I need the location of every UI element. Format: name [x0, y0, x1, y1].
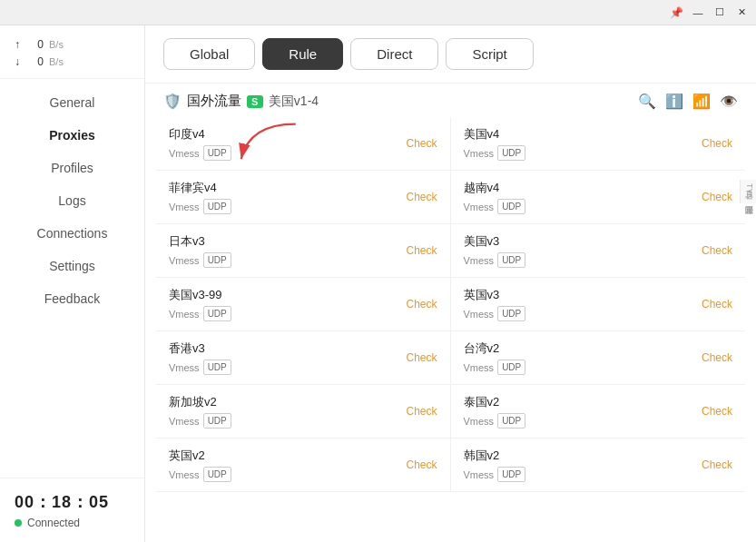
- info-action-icon[interactable]: ℹ️: [665, 93, 683, 110]
- upload-value: 0: [25, 36, 44, 54]
- app-body: ↑ 0 B/s ↓ 0 B/s General Proxies Profiles…: [0, 25, 756, 542]
- mode-direct-button[interactable]: Direct: [350, 38, 438, 70]
- group-name: 国外流量: [187, 93, 241, 110]
- proxy-check-button[interactable]: Check: [406, 137, 437, 150]
- proxy-name: 泰国v2: [464, 394, 694, 410]
- proxy-type: Vmess: [169, 416, 200, 427]
- proxy-tag: UDP: [497, 306, 525, 321]
- proxy-check-button[interactable]: Check: [406, 405, 437, 418]
- mode-rule-button[interactable]: Rule: [262, 38, 343, 70]
- proxy-type: Vmess: [464, 255, 495, 266]
- proxy-info: 印度v4 Vmess UDP: [169, 126, 398, 161]
- sidebar-item-proxies[interactable]: Proxies: [0, 119, 144, 152]
- proxy-tags: Vmess UDP: [464, 467, 694, 482]
- clock-display: 00：18：05: [15, 491, 130, 513]
- proxy-check-button[interactable]: Check: [406, 298, 437, 310]
- proxy-check-button[interactable]: Check: [406, 191, 437, 203]
- proxy-info: 美国v3 Vmess UDP: [464, 233, 694, 268]
- minimize-button[interactable]: —: [691, 5, 705, 20]
- proxy-check-button[interactable]: Check: [406, 351, 437, 364]
- proxy-tag: UDP: [497, 467, 525, 482]
- sidebar-item-logs[interactable]: Logs: [0, 184, 144, 217]
- proxy-tag: UDP: [497, 413, 525, 429]
- proxy-name: 新加坡v2: [169, 394, 398, 410]
- proxy-tags: Vmess UDP: [464, 360, 694, 375]
- proxy-name: 英国v3: [464, 287, 694, 303]
- proxy-tag: UDP: [203, 145, 231, 161]
- proxy-item-uk-v2[interactable]: 英国v2 Vmess UDP Check: [156, 439, 451, 492]
- proxy-grid: 印度v4 Vmess UDP Check 美国v4 Vmess UDP: [145, 117, 756, 542]
- download-stat: ↓ 0 B/s: [15, 54, 130, 71]
- proxy-tags: Vmess UDP: [169, 199, 398, 214]
- mode-script-button[interactable]: Script: [446, 38, 533, 70]
- proxy-item-japan-v3[interactable]: 日本v3 Vmess UDP Check: [156, 224, 451, 278]
- sidebar-item-feedback[interactable]: Feedback: [0, 282, 144, 315]
- proxy-check-button[interactable]: Check: [702, 405, 732, 418]
- proxy-check-button[interactable]: Check: [406, 458, 437, 471]
- proxy-item-vietnam-v4[interactable]: 越南v4 Vmess UDP Check: [451, 171, 746, 224]
- proxy-check-button[interactable]: Check: [702, 137, 732, 150]
- connection-status: Connected: [15, 517, 130, 529]
- group-title: 🛡️ 国外流量 S 美国v1-4: [163, 93, 319, 110]
- proxy-info: 新加坡v2 Vmess UDP: [169, 394, 398, 429]
- proxy-item-hongkong-v3[interactable]: 香港v3 Vmess UDP Check: [156, 331, 451, 385]
- sidebar-item-connections[interactable]: Connections: [0, 217, 144, 250]
- proxy-tags: Vmess UDP: [464, 306, 694, 321]
- proxy-type: Vmess: [169, 362, 200, 373]
- proxy-item-taiwan-v2[interactable]: 台湾v2 Vmess UDP Check: [451, 331, 746, 385]
- proxy-tag: UDP: [203, 413, 231, 429]
- proxy-item-korea-v2[interactable]: 韩国v2 Vmess UDP Check: [451, 439, 746, 492]
- proxy-check-button[interactable]: Check: [702, 191, 732, 203]
- proxy-tags: Vmess UDP: [169, 145, 398, 161]
- sidebar-item-settings[interactable]: Settings: [0, 250, 144, 282]
- proxy-type: Vmess: [464, 416, 495, 427]
- sidebar: ↑ 0 B/s ↓ 0 B/s General Proxies Profiles…: [0, 25, 145, 542]
- proxy-item-usa-v4[interactable]: 美国v4 Vmess UDP Check: [451, 117, 746, 171]
- proxy-check-button[interactable]: Check: [702, 351, 732, 364]
- proxy-check-button[interactable]: Check: [702, 298, 732, 310]
- proxy-item-uk-v3[interactable]: 英国v3 Vmess UDP Check: [451, 278, 746, 331]
- upload-stat: ↑ 0 B/s: [15, 36, 130, 54]
- search-action-icon[interactable]: 🔍: [638, 93, 656, 110]
- group-selected-proxy: 美国v1-4: [269, 94, 319, 110]
- sidebar-item-profiles[interactable]: Profiles: [0, 152, 144, 184]
- pin-icon[interactable]: 📌: [670, 6, 683, 19]
- status-dot-icon: [15, 519, 22, 527]
- proxy-check-button[interactable]: Check: [406, 244, 437, 257]
- proxy-tag: UDP: [497, 145, 525, 161]
- proxy-tag: UDP: [203, 306, 231, 321]
- proxy-item-usa-v3-99[interactable]: 美国v3-99 Vmess UDP Check: [156, 278, 451, 331]
- proxy-item-philippines-v4[interactable]: 菲律宾v4 Vmess UDP Check: [156, 171, 451, 224]
- proxy-item-usa-v3[interactable]: 美国v3 Vmess UDP Check: [451, 224, 746, 278]
- proxy-tags: Vmess UDP: [169, 360, 398, 375]
- proxy-tag: UDP: [497, 252, 525, 268]
- proxy-item-thailand-v2[interactable]: 泰国v2 Vmess UDP Check: [451, 385, 746, 439]
- proxy-info: 越南v4 Vmess UDP: [464, 180, 694, 214]
- proxy-row: 印度v4 Vmess UDP Check 美国v4 Vmess UDP: [156, 117, 745, 492]
- mode-global-button[interactable]: Global: [163, 38, 255, 70]
- proxy-tag: UDP: [203, 199, 231, 214]
- proxy-info: 菲律宾v4 Vmess UDP: [169, 180, 398, 214]
- proxy-info: 台湾v2 Vmess UDP: [464, 340, 694, 375]
- proxy-item-singapore-v2[interactable]: 新加坡v2 Vmess UDP Check: [156, 385, 451, 439]
- proxy-tags: Vmess UDP: [169, 306, 398, 321]
- proxy-tags: Vmess UDP: [169, 252, 398, 268]
- download-arrow-icon: ↓: [15, 54, 20, 71]
- proxy-type: Vmess: [464, 309, 495, 320]
- upload-arrow-icon: ↑: [15, 36, 20, 54]
- close-button[interactable]: ✕: [734, 5, 749, 20]
- proxy-name: 美国v3: [464, 233, 694, 250]
- sidebar-item-general[interactable]: General: [0, 86, 144, 119]
- proxy-type: Vmess: [464, 362, 495, 373]
- proxy-tag: UDP: [497, 199, 525, 214]
- proxy-item-india-v4[interactable]: 印度v4 Vmess UDP Check: [156, 117, 451, 171]
- proxy-tags: Vmess UDP: [464, 199, 694, 214]
- proxy-check-button[interactable]: Check: [702, 244, 732, 257]
- maximize-button[interactable]: ☐: [712, 5, 727, 20]
- proxy-name: 日本v3: [169, 233, 398, 250]
- wifi-action-icon[interactable]: 📶: [692, 93, 711, 110]
- mode-switcher: Global Rule Direct Script: [145, 25, 756, 84]
- eye-action-icon[interactable]: 👁️: [720, 93, 738, 110]
- proxy-info: 美国v3-99 Vmess UDP: [169, 287, 398, 321]
- proxy-check-button[interactable]: Check: [702, 458, 732, 471]
